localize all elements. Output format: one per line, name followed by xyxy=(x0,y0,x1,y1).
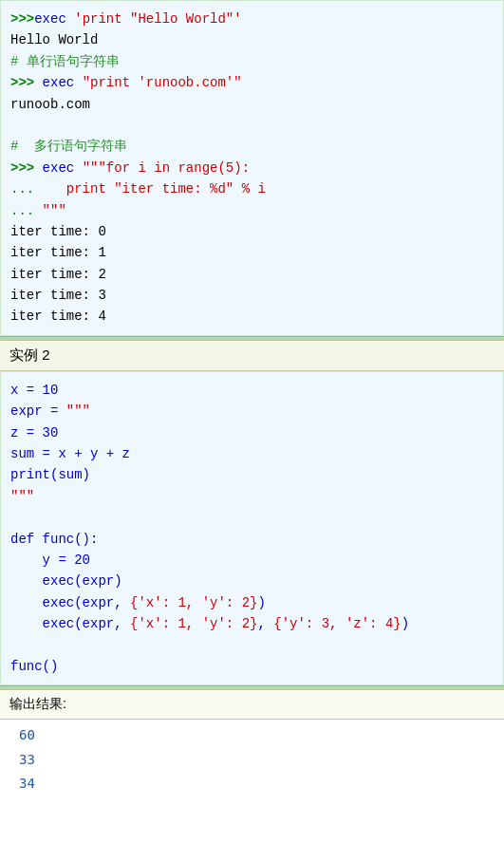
code-sum-assign: sum = x + y + z xyxy=(10,446,130,461)
code-expr: expr = """ xyxy=(10,403,90,419)
code-exec2: exec(expr, {'x': 1, 'y': 2}) xyxy=(10,595,266,610)
iter-1: iter time: 1 xyxy=(10,245,106,260)
exec-cmd-3: exec xyxy=(34,160,82,176)
code-y: y = 20 xyxy=(10,553,90,568)
output-label: 输出结果: xyxy=(9,696,66,711)
code-block-1: >>>exec 'print "Hello World"' Hello Worl… xyxy=(0,0,504,336)
prompt-3: >>> xyxy=(10,160,34,176)
output-section: 输出结果: xyxy=(0,688,504,720)
code-triple-end: """ xyxy=(10,489,34,504)
string-2: "print 'runoob.com'" xyxy=(83,75,242,90)
output-runoob: runoob.com xyxy=(10,97,90,112)
string-4: print "iter time: %d" % i xyxy=(66,181,266,197)
string-3: """for i in range(5): xyxy=(83,160,250,176)
prompt-2: >>> xyxy=(10,75,34,90)
string-5: """ xyxy=(43,203,66,218)
output-values-block: 60 33 34 xyxy=(0,720,504,799)
output-val-33: 33 xyxy=(19,748,485,772)
code-z: z = 30 xyxy=(10,425,58,440)
comment-1: # 单行语句字符串 xyxy=(10,54,120,69)
exec-cmd-1: exec xyxy=(34,11,74,27)
code-func-call: func() xyxy=(10,659,58,674)
prompt-1: >>> xyxy=(10,11,34,27)
output-val-34: 34 xyxy=(19,772,485,796)
code-x: x = 10 xyxy=(10,383,58,398)
iter-3: iter time: 3 xyxy=(10,288,106,303)
code-exec3: exec(expr, {'x': 1, 'y': 2}, {'y': 3, 'z… xyxy=(10,616,409,631)
exec-cmd-2: exec xyxy=(34,75,82,90)
string-1: 'print "Hello World"' xyxy=(74,11,241,27)
code-def: def func(): xyxy=(10,532,98,547)
iter-4: iter time: 4 xyxy=(10,309,106,324)
section2-header: 实例 2 xyxy=(0,339,504,371)
cont-2: ... xyxy=(10,203,43,218)
comment-2: # 多行语句字符串 xyxy=(10,139,127,154)
section2-title: 实例 2 xyxy=(9,347,50,363)
code-block-2: x = 10 expr = """ z = 30 sum = x + y + z… xyxy=(0,371,504,685)
iter-2: iter time: 2 xyxy=(10,267,106,282)
code-exec1: exec(expr) xyxy=(10,573,122,589)
iter-0: iter time: 0 xyxy=(10,224,106,239)
output-val-60: 60 xyxy=(19,723,485,747)
output-hello-world: Hello World xyxy=(10,32,98,47)
cont-1: ... xyxy=(10,181,66,197)
code-print: print(sum) xyxy=(10,467,90,482)
